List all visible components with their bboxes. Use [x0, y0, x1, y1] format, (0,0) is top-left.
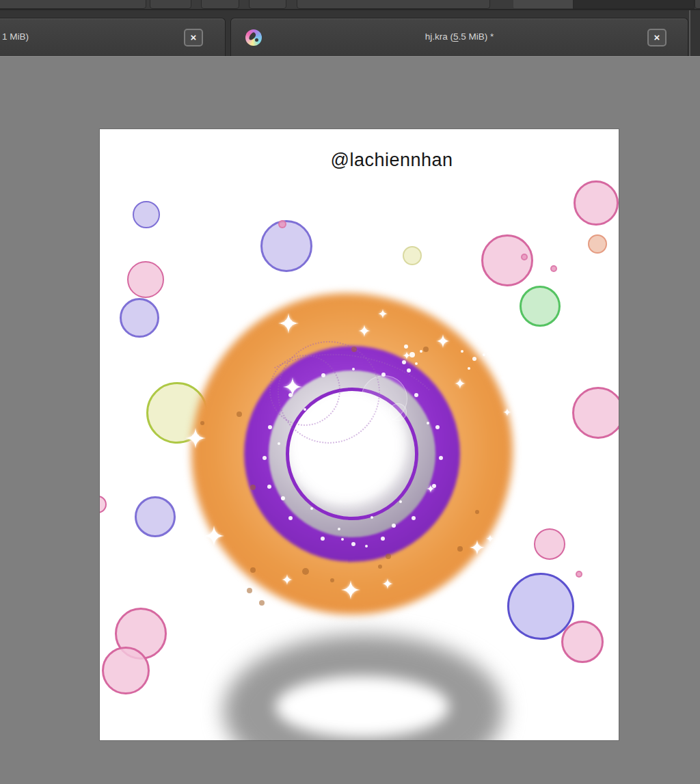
speckle — [435, 425, 440, 429]
sparkle-star — [204, 526, 224, 546]
sparkle-star — [358, 325, 371, 337]
speckle — [381, 537, 385, 541]
speckle — [300, 470, 303, 472]
overlay-layer — [100, 129, 619, 740]
speckle — [371, 516, 373, 519]
speckle — [327, 398, 330, 401]
tab-document-2-title: hj.kra (5.5 MiB) * — [231, 18, 688, 55]
tab-document-2[interactable]: hj.kra (5.5 MiB) * × — [230, 18, 688, 56]
speckle — [402, 360, 406, 364]
speckle — [338, 528, 340, 530]
sparkle-star — [341, 580, 360, 599]
sparkle-star — [283, 377, 302, 396]
speckle — [378, 565, 382, 569]
speckle — [304, 408, 306, 411]
sparkle-star — [185, 428, 206, 448]
speckle — [365, 545, 368, 548]
tab-document-1-close-icon[interactable]: × — [184, 29, 203, 46]
speckle — [200, 421, 204, 425]
toolbar-button[interactable] — [150, 0, 191, 9]
sparkle-star — [382, 578, 393, 589]
speckle — [259, 600, 265, 606]
speckle — [392, 524, 396, 528]
workspace-background: @lachiennhan — [0, 56, 700, 784]
sparkle-star — [486, 533, 494, 541]
speckle — [302, 568, 309, 575]
toolbar-button[interactable] — [573, 0, 695, 9]
speckle — [468, 367, 470, 370]
speckle — [461, 350, 463, 353]
top-toolbar — [0, 0, 700, 10]
speckle — [475, 510, 479, 514]
speckle — [268, 425, 272, 429]
tab-bar-divider — [689, 10, 690, 56]
sparkle-star — [500, 372, 512, 384]
toolbar-button[interactable] — [297, 0, 490, 9]
speckle — [247, 588, 252, 593]
speckle — [321, 537, 325, 541]
speckle — [457, 546, 463, 552]
speckle — [404, 344, 408, 349]
speckle — [250, 567, 256, 573]
speckle — [330, 578, 334, 582]
toolbar-button[interactable] — [0, 0, 146, 9]
speckle — [250, 485, 256, 490]
bokeh-highlight — [389, 403, 407, 421]
sparkle-star — [378, 309, 388, 319]
speckle — [412, 516, 416, 520]
speckle — [262, 456, 267, 460]
speckle — [439, 456, 443, 460]
sparkle-star — [403, 350, 411, 358]
toolbar-button[interactable] — [201, 0, 239, 9]
speckle — [420, 350, 422, 353]
speckle — [352, 368, 355, 370]
speckle — [341, 538, 344, 541]
drawing-canvas[interactable]: @lachiennhan — [100, 129, 619, 740]
speckle — [472, 357, 476, 361]
sparkle-star — [470, 540, 485, 555]
tab-document-1-label: 1 MiB) — [2, 18, 29, 55]
sparkle-star — [455, 378, 466, 389]
document-tab-bar: 1 MiB) × hj.kra (5.5 MiB) * × — [0, 10, 700, 56]
speckle — [423, 347, 429, 352]
sparkle-star — [278, 313, 299, 334]
speckle — [415, 362, 418, 365]
speckle — [381, 373, 386, 377]
speckle — [351, 347, 357, 352]
speckle — [427, 422, 429, 424]
speckle — [386, 554, 391, 559]
tab-document-1[interactable]: 1 MiB) × — [0, 18, 226, 56]
speckle — [267, 485, 271, 489]
artwork-signature: @lachiennhan — [269, 150, 515, 171]
speckle — [399, 500, 402, 503]
toolbar-button[interactable] — [513, 0, 574, 9]
speckle — [281, 496, 285, 500]
speckle — [483, 353, 485, 356]
speckle — [288, 516, 293, 520]
toolbar-button[interactable] — [695, 0, 700, 9]
speckle — [414, 393, 418, 397]
tab-document-2-close-icon[interactable]: × — [647, 29, 667, 46]
toolbar-button[interactable] — [249, 0, 286, 9]
speckle — [310, 507, 313, 510]
paint-arc — [235, 341, 457, 498]
sparkle-star — [503, 407, 511, 415]
sparkle-star — [566, 374, 580, 388]
speckle — [237, 411, 242, 417]
speckle — [407, 368, 411, 373]
speckle — [351, 542, 355, 546]
speckle — [321, 373, 325, 377]
sparkle-star — [282, 574, 293, 585]
speckle — [278, 442, 280, 445]
sparkle-star — [436, 334, 450, 348]
sparkle-star — [427, 483, 435, 491]
